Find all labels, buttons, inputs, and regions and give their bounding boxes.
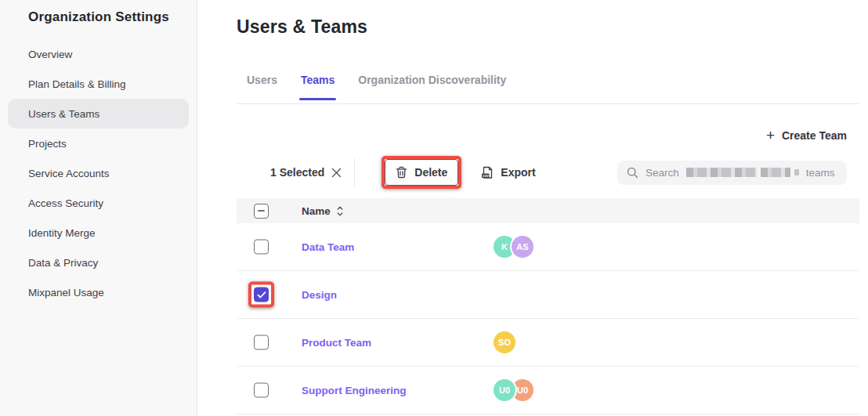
trash-icon xyxy=(396,166,407,179)
table-row-design: Design xyxy=(237,271,859,319)
team-link-data-team[interactable]: Data Team xyxy=(302,241,354,253)
row-checkbox-wrap xyxy=(254,335,269,350)
select-all-checkbox[interactable] xyxy=(254,204,269,219)
row-checkbox-support-engineering[interactable] xyxy=(254,383,269,398)
team-link-support-engineering[interactable]: Support Engineering xyxy=(302,385,407,396)
row-checkbox-design[interactable] xyxy=(254,288,269,302)
team-link-design[interactable]: Design xyxy=(302,289,337,301)
plus-icon: + xyxy=(766,130,775,141)
sidebar-item-data-privacy[interactable]: Data & Privacy xyxy=(0,248,197,277)
sidebar-item-service-accounts[interactable]: Service Accounts xyxy=(0,158,197,188)
sidebar-item-identity-merge[interactable]: Identity Merge xyxy=(0,218,197,248)
redacted-text-block xyxy=(686,168,799,177)
tab-users[interactable]: Users xyxy=(247,74,277,87)
export-label: Export xyxy=(501,166,535,179)
sidebar-item-mixpanel-usage[interactable]: Mixpanel Usage xyxy=(0,277,197,307)
sidebar-nav: Overview Plan Details & Billing Users & … xyxy=(0,39,197,307)
delete-button[interactable]: Delete xyxy=(385,159,458,186)
selected-count: 1 Selected xyxy=(270,166,324,179)
tab-teams[interactable]: Teams xyxy=(301,74,335,87)
table-row-support-engineering: Support Engineering U0U0 xyxy=(237,367,859,414)
sidebar: Organization Settings Overview Plan Deta… xyxy=(0,0,197,416)
create-row: + Create Team xyxy=(237,125,859,147)
app-root: Organization Settings Overview Plan Deta… xyxy=(0,0,868,416)
sidebar-item-overview[interactable]: Overview xyxy=(0,39,197,69)
avatar-so: SO xyxy=(494,331,515,353)
annotation-highlight-delete: Delete xyxy=(382,156,461,189)
sort-icon xyxy=(337,206,343,216)
clear-selection-icon[interactable] xyxy=(331,168,342,178)
search-input[interactable]: Search teams xyxy=(617,161,847,185)
selection-toolbar: 1 Selected Delete xyxy=(237,156,859,189)
column-header-name[interactable]: Name xyxy=(302,205,343,217)
table-row-product-team: Product Team SO xyxy=(237,319,859,367)
avatar-stack: SO xyxy=(494,331,515,353)
create-team-button[interactable]: + Create Team xyxy=(766,125,847,147)
tab-organization-discoverability[interactable]: Organization Discoverability xyxy=(358,74,506,87)
row-checkbox-data-team[interactable] xyxy=(254,240,269,255)
sidebar-item-access-security[interactable]: Access Security xyxy=(0,188,197,218)
avatar-stack: KAS xyxy=(494,236,533,258)
search-placeholder-suffix: teams xyxy=(806,167,835,179)
row-checkbox-wrap xyxy=(254,383,269,398)
delete-label: Delete xyxy=(414,166,447,179)
create-team-label: Create Team xyxy=(782,129,847,142)
avatar-stack: U0U0 xyxy=(494,379,533,401)
toolbar-divider xyxy=(354,158,355,186)
team-link-product-team[interactable]: Product Team xyxy=(302,337,371,349)
sidebar-item-plan-details-billing[interactable]: Plan Details & Billing xyxy=(0,69,197,99)
svg-text:csv: csv xyxy=(483,173,489,177)
table-header-row: Name xyxy=(237,198,859,223)
avatar-u0: U0 xyxy=(494,379,515,401)
row-checkbox-wrap xyxy=(254,240,269,255)
table-body: Data Team KAS Design Product Team SO Sup… xyxy=(237,223,859,414)
search-icon xyxy=(627,167,638,179)
page-title: Users & Teams xyxy=(237,16,859,38)
avatar-as: AS xyxy=(512,236,533,258)
row-checkbox-product-team[interactable] xyxy=(254,335,269,350)
table-row-data-team: Data Team KAS xyxy=(237,223,859,271)
export-button[interactable]: csv Export xyxy=(481,166,535,179)
tab-bar: UsersTeamsOrganization Discoverability xyxy=(237,74,859,104)
selected-count-group: 1 Selected xyxy=(270,166,342,179)
annotation-highlight-checkbox xyxy=(248,282,274,308)
search-placeholder-prefix: Search xyxy=(646,167,679,179)
main-content: Users & Teams UsersTeamsOrganization Dis… xyxy=(197,0,868,416)
sidebar-title: Organization Settings xyxy=(28,9,197,25)
sidebar-item-projects[interactable]: Projects xyxy=(0,128,197,158)
csv-file-icon: csv xyxy=(481,166,494,179)
teams-table: Name Data Team KAS Design xyxy=(237,198,859,414)
sidebar-item-users-teams[interactable]: Users & Teams xyxy=(8,99,189,128)
